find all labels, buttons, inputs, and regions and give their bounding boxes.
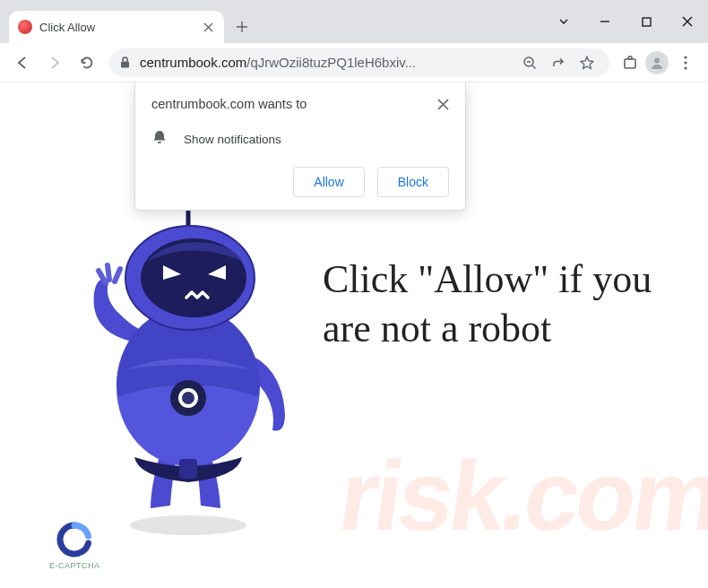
tab-close-button[interactable] bbox=[201, 20, 215, 34]
window-controls bbox=[543, 0, 708, 43]
page-content: risk.com bbox=[0, 82, 708, 588]
profile-avatar[interactable] bbox=[645, 51, 669, 74]
svg-rect-1 bbox=[121, 62, 129, 68]
watermark-text: risk.com bbox=[332, 438, 708, 552]
window-maximize-button[interactable] bbox=[626, 4, 667, 39]
window-titlebar: Click Allow bbox=[0, 0, 708, 43]
svg-rect-13 bbox=[179, 459, 197, 479]
svg-rect-4 bbox=[628, 56, 632, 59]
share-icon[interactable] bbox=[550, 55, 566, 71]
new-tab-button[interactable] bbox=[229, 14, 255, 39]
address-bar[interactable]: centrumbook.com/qJrwOzii8tuzPQ1leH6bxiv.… bbox=[109, 48, 609, 77]
robot-shadow bbox=[130, 515, 246, 535]
omnibox-actions bbox=[522, 55, 602, 71]
ecaptcha-logo-icon bbox=[56, 522, 92, 558]
kebab-menu-button[interactable] bbox=[670, 48, 701, 78]
svg-point-12 bbox=[182, 392, 194, 404]
reload-button[interactable] bbox=[72, 48, 102, 78]
ecaptcha-label: E-CAPTCHA bbox=[49, 561, 100, 570]
forward-button bbox=[39, 48, 70, 78]
chevron-down-icon[interactable] bbox=[543, 4, 584, 39]
zoom-icon[interactable] bbox=[522, 55, 538, 71]
url-text: centrumbook.com/qJrwOzii8tuzPQ1leH6bxiv.… bbox=[140, 55, 514, 70]
back-button[interactable] bbox=[7, 48, 38, 78]
extensions-button[interactable] bbox=[617, 49, 643, 76]
lock-icon[interactable] bbox=[117, 55, 133, 71]
browser-toolbar: centrumbook.com/qJrwOzii8tuzPQ1leH6bxiv.… bbox=[0, 43, 708, 82]
tab-favicon bbox=[18, 20, 32, 34]
tab-title: Click Allow bbox=[39, 21, 194, 34]
notification-close-button[interactable] bbox=[437, 97, 449, 113]
ecaptcha-badge: E-CAPTCHA bbox=[49, 522, 100, 570]
window-minimize-button[interactable] bbox=[584, 4, 626, 39]
robot-illustration bbox=[54, 190, 323, 531]
notification-permission-prompt: centrumbook.com wants to Show notificati… bbox=[134, 82, 466, 211]
browser-tab[interactable]: Click Allow bbox=[9, 11, 224, 43]
svg-point-8 bbox=[684, 66, 686, 69]
allow-button[interactable]: Allow bbox=[293, 167, 364, 197]
notification-permission-label: Show notifications bbox=[184, 133, 281, 146]
page-headline: Click "Allow" if you are not a robot bbox=[323, 255, 663, 353]
bookmark-star-icon[interactable] bbox=[579, 55, 595, 71]
window-close-button[interactable] bbox=[667, 4, 708, 39]
svg-rect-3 bbox=[625, 59, 635, 68]
bell-icon bbox=[151, 129, 168, 149]
block-button[interactable]: Block bbox=[377, 167, 449, 197]
svg-point-6 bbox=[684, 56, 686, 58]
notification-origin: centrumbook.com wants to bbox=[151, 97, 307, 111]
svg-rect-0 bbox=[643, 18, 651, 26]
svg-point-7 bbox=[684, 61, 686, 64]
svg-point-5 bbox=[654, 57, 660, 63]
